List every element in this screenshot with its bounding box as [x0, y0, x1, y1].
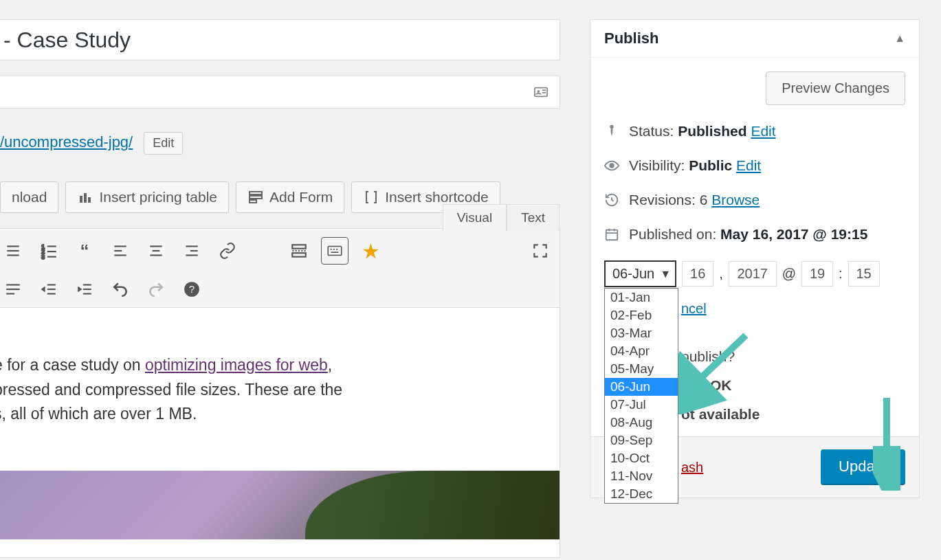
month-option[interactable]: 02-Feb [605, 306, 678, 324]
permalink-row: /uncompressed-jpg/ Edit [0, 132, 183, 155]
publish-heading: Publish [604, 30, 658, 47]
editor-tabs: Visual Text [443, 204, 560, 231]
date-action-row: ncel [681, 301, 905, 317]
month-option[interactable]: 01-Jan [605, 289, 678, 306]
month-option[interactable]: 07-Jul [605, 396, 678, 414]
justify-icon[interactable] [0, 237, 27, 265]
edit-visibility-link[interactable]: Edit [736, 157, 761, 173]
month-option[interactable]: 03-Mar [605, 324, 678, 342]
align-left-icon[interactable] [107, 237, 134, 265]
svg-point-1 [538, 90, 540, 93]
browse-revisions-link[interactable]: Browse [711, 192, 760, 208]
outdent-icon[interactable] [35, 276, 63, 303]
eye-icon [604, 158, 619, 173]
editor-content[interactable]: e for a case study on optimizing images … [0, 308, 560, 539]
published-on-row: Published on: May 16, 2017 @ 19:15 [604, 226, 905, 243]
calendar-icon [604, 227, 619, 242]
post-title-input[interactable] [0, 19, 560, 60]
indent-icon[interactable] [71, 276, 98, 303]
content-image [0, 471, 560, 539]
month-option[interactable]: 10-Oct [605, 449, 678, 467]
pin-icon [604, 124, 619, 139]
month-option-selected[interactable]: 06-Jun [605, 378, 678, 396]
tab-text[interactable]: Text [507, 204, 560, 231]
blockquote-icon[interactable]: “ [71, 237, 98, 265]
permalink-link[interactable]: /uncompressed-jpg/ [0, 133, 133, 150]
pinwheel-icon[interactable] [250, 237, 277, 265]
month-select[interactable]: 06-Jun [604, 260, 676, 287]
shortcode-icon [363, 189, 379, 205]
download-button[interactable]: nload [0, 181, 58, 213]
month-option[interactable]: 08-Aug [605, 414, 678, 432]
media-button-row: nload Insert pricing table Add Form Inse… [0, 181, 500, 213]
editor-column: /uncompressed-jpg/ Edit nload Insert pri… [0, 0, 560, 560]
month-select-wrap: 06-Jun ▼ 01-Jan 02-Feb 03-Mar 04-Apr 05-… [604, 260, 676, 287]
insert-pricing-table-button[interactable]: Insert pricing table [65, 181, 229, 213]
editor-toolbar: 123 “ ★ [0, 229, 560, 308]
visibility-row: Visibility: Public Edit [604, 157, 905, 174]
revisions-row: Revisions: 6 Browse [604, 192, 905, 208]
align-center-icon[interactable] [142, 237, 170, 265]
svg-line-55 [674, 335, 746, 404]
svg-rect-9 [250, 200, 256, 203]
align-right-icon[interactable] [178, 237, 206, 265]
link-icon[interactable] [214, 237, 241, 265]
numbered-list-icon[interactable]: 123 [35, 237, 63, 265]
paragraph-icon[interactable] [0, 276, 27, 303]
svg-rect-31 [328, 247, 342, 256]
month-dropdown: 01-Jan 02-Feb 03-Mar 04-Apr 05-May 06-Ju… [604, 288, 678, 504]
fullscreen-icon[interactable] [527, 237, 554, 265]
month-option[interactable]: 04-Apr [605, 342, 678, 360]
annotation-arrow-icon [873, 394, 900, 491]
svg-rect-5 [84, 193, 87, 203]
date-editor: 06-Jun ▼ 01-Jan 02-Feb 03-Mar 04-Apr 05-… [604, 260, 905, 287]
star-icon[interactable]: ★ [357, 237, 384, 265]
publish-panel-header[interactable]: Publish ▲ [590, 20, 919, 58]
svg-rect-8 [250, 196, 262, 199]
publish-panel-body: Preview Changes Status: Published Edit V… [590, 58, 919, 436]
day-input[interactable] [682, 261, 713, 287]
read-more-icon[interactable] [285, 237, 313, 265]
hour-input[interactable] [801, 261, 833, 287]
svg-text:3: 3 [41, 254, 45, 260]
add-form-button[interactable]: Add Form [236, 181, 344, 213]
svg-rect-30 [292, 253, 306, 256]
preview-changes-button[interactable]: Preview Changes [766, 71, 905, 105]
id-card-icon [532, 85, 550, 100]
keyboard-icon[interactable] [321, 237, 348, 265]
svg-rect-7 [250, 192, 262, 194]
month-option[interactable]: 12-Dec [605, 485, 678, 503]
cancel-date-link[interactable]: ncel [681, 301, 707, 316]
redo-icon[interactable] [142, 276, 170, 303]
status-row: Status: Published Edit [604, 123, 905, 139]
month-option[interactable]: 05-May [605, 360, 678, 378]
svg-text:?: ? [189, 283, 195, 295]
minute-input[interactable] [848, 261, 880, 287]
svg-point-47 [610, 164, 614, 168]
svg-rect-48 [606, 230, 618, 240]
svg-rect-4 [80, 196, 82, 203]
tab-visual[interactable]: Visual [443, 204, 507, 231]
year-input[interactable] [729, 261, 777, 287]
svg-rect-28 [292, 245, 306, 248]
editor-box: Visual Text 123 “ [0, 228, 560, 558]
undo-icon[interactable] [107, 276, 134, 303]
chevron-up-icon: ▲ [894, 32, 905, 45]
content-link[interactable]: optimizing images for web [145, 356, 328, 374]
bar-chart-icon [77, 189, 93, 205]
svg-rect-6 [88, 197, 91, 203]
edit-permalink-button[interactable]: Edit [144, 132, 183, 155]
month-option[interactable]: 11-Nov [605, 467, 678, 485]
form-icon [247, 189, 264, 205]
month-option[interactable]: 09-Sep [605, 432, 678, 449]
edit-status-link[interactable]: Edit [751, 123, 775, 139]
revisions-icon [604, 192, 619, 208]
sub-panel [0, 76, 560, 109]
publish-panel: Publish ▲ Preview Changes Status: Publis… [590, 19, 920, 498]
move-to-trash-link[interactable]: ash [681, 460, 703, 475]
help-icon[interactable]: ? [178, 276, 206, 303]
